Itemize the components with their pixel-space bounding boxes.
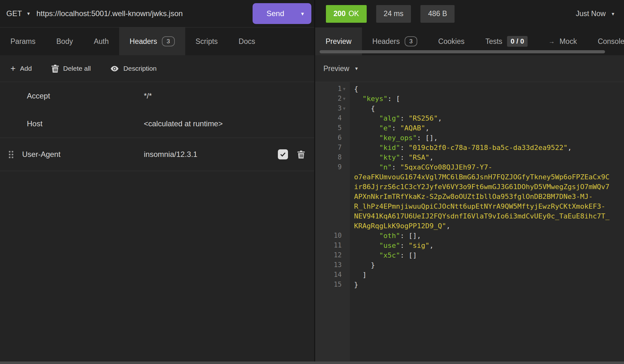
tab-params[interactable]: Params [0,27,46,55]
add-header-button[interactable]: + Add [10,65,32,72]
code-line: 15} [315,280,624,289]
delete-all-headers-button[interactable]: Delete all [52,65,91,73]
json-key: "n" [379,163,392,171]
line-number: 11 [334,241,342,250]
response-status-bar: 200 OK 24 ms 486 B Just Now ▼ [315,0,624,27]
json-key: "key_ops" [379,134,417,142]
gutter: 5 [315,123,350,133]
tab-label: Auth [94,37,109,46]
status-text: OK [348,9,359,18]
json-punct: , [425,124,429,132]
gutter: 9 [315,162,350,172]
drag-handle-icon[interactable] [9,151,13,158]
fold-spacer [342,241,350,250]
chevron-down-icon: ▼ [354,66,359,71]
fold-arrow-icon[interactable]: ▼ [342,104,350,113]
json-key: "use" [379,242,400,249]
header-value-field[interactable]: */* [144,92,314,100]
toggle-description-button[interactable]: Description [110,64,156,73]
header-row: User-Agentinsomnia/12.3.1 [0,138,314,171]
time-badge: 24 ms [376,5,411,23]
code-text: { [354,104,610,113]
header-value-field[interactable]: <calculated at runtime> [144,119,314,128]
gutter: 1▼ [315,84,350,94]
line-number: 5 [338,123,342,133]
tab-scripts[interactable]: Scripts [185,27,228,55]
delete-all-label: Delete all [63,65,91,72]
response-tab-badge: 0 / 0 [507,36,528,47]
code-line: 7 "kid": "019cb2f0-c78a-7818-ba5c-da33d2… [315,143,624,152]
header-enabled-checkbox[interactable] [278,149,288,159]
json-key: "kty" [379,153,400,161]
tab-bar-scrollbar-thumb[interactable] [320,50,605,53]
gutter: 11 [315,241,350,250]
header-row: Host<calculated at runtime> [0,110,314,138]
code-line: 2▼ "keys": [ [315,94,624,104]
header-name-field[interactable]: Accept [22,92,144,100]
json-punct: { [354,85,358,93]
header-name-field[interactable]: User-Agent [22,150,144,159]
gutter: 6 [315,133,350,143]
gutter: 15 [315,280,350,289]
description-label: Description [123,65,156,72]
header-value-field[interactable]: insomnia/12.3.1 [144,150,278,159]
response-tab-label: Tests [485,37,502,46]
json-punct [354,124,379,132]
response-body-viewer[interactable]: 1▼{2▼ "keys": [3▼ {4 "alg": "RS256",5 "e… [315,82,624,361]
fold-arrow-icon[interactable]: ▼ [342,84,350,94]
add-header-label: Add [20,65,32,72]
json-punct: } [354,281,358,289]
code-text: "keys": [ [354,94,610,104]
line-number: 7 [338,143,342,152]
code-text: ] [354,270,610,280]
fold-spacer [342,162,350,172]
method-dropdown[interactable]: GET ▼ [0,0,36,27]
insomnia-window: GET ▼ https://localhost:5001/.well-known… [0,0,624,364]
json-string: "019cb2f0-c78a-7818-ba5c-da33d2ea9522" [408,144,567,152]
eye-icon [110,64,119,73]
response-history-dropdown[interactable]: Just Now ▼ [576,9,615,18]
json-punct [354,242,379,249]
json-punct: : [], [400,232,421,240]
fold-arrow-icon[interactable]: ▼ [342,94,350,104]
bottom-scrollbar[interactable] [0,361,624,364]
fold-spacer [342,123,350,133]
line-number: 15 [334,280,342,289]
tab-badge: 3 [162,36,175,46]
send-options-button[interactable]: ▼ [294,3,311,24]
code-line: 5 "e": "AQAB", [315,123,624,133]
json-punct [354,134,379,142]
json-punct: : [ [388,95,400,103]
tab-headers[interactable]: Headers3 [119,27,185,55]
status-badge: 200 OK [326,5,367,23]
json-punct [354,232,379,240]
chevron-down-icon: ▼ [611,11,615,16]
line-number: 8 [338,152,342,162]
json-string: "AQAB" [400,124,425,132]
json-string: "sig" [408,242,429,249]
method-label: GET [6,9,22,18]
tab-docs[interactable]: Docs [228,27,266,55]
header-name-field[interactable]: Host [22,119,144,128]
preview-mode-dropdown[interactable]: Preview ▼ [323,64,359,73]
tab-auth[interactable]: Auth [83,27,119,55]
tab-body[interactable]: Body [46,27,83,55]
fold-spacer [342,133,350,143]
delete-header-button[interactable] [297,151,305,158]
gutter: 4 [315,113,350,123]
preview-mode-label: Preview [323,64,349,73]
tab-label: Docs [239,37,255,46]
send-button[interactable]: Send [253,3,294,24]
json-punct [354,163,379,171]
line-number: 2 [338,94,342,104]
gutter: 12 [315,250,350,260]
line-number: 1 [338,84,342,94]
code-line: 14 ] [315,270,624,280]
json-string: "RS256" [408,114,438,122]
headers-table: Accept*/*Host<calculated at runtime>User… [0,82,314,171]
json-punct: , [429,242,433,249]
json-punct: : [400,242,409,249]
gutter: 10 [315,231,350,241]
json-punct: : [] [400,251,417,259]
line-number: 3 [338,104,342,113]
